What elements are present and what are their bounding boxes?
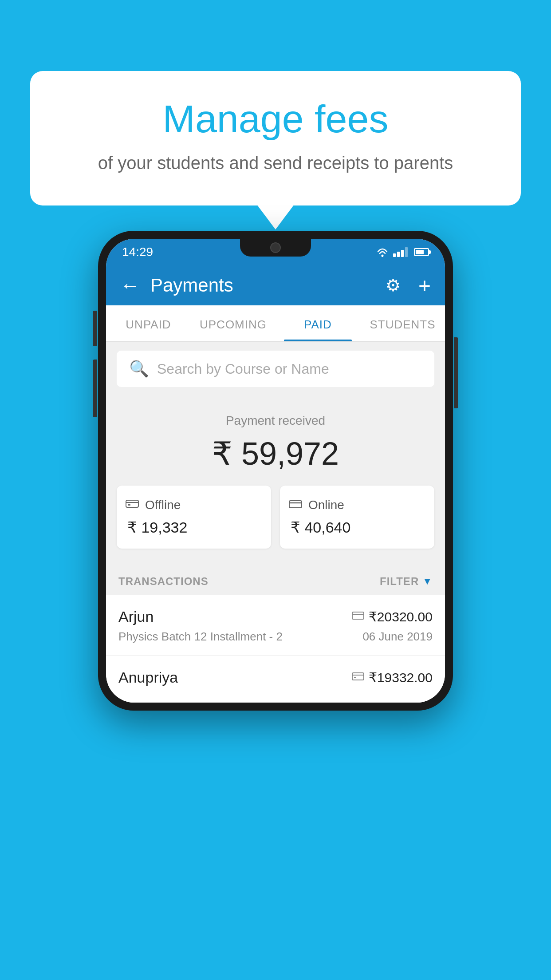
offline-icon <box>126 498 139 512</box>
svg-rect-6 <box>352 612 364 619</box>
transaction-date: 06 June 2019 <box>362 630 433 644</box>
payment-total-amount: ₹ 59,972 <box>117 435 434 472</box>
online-amount: ₹ 40,640 <box>289 518 425 536</box>
filter-button[interactable]: FILTER ▼ <box>380 575 433 588</box>
card-payment-icon <box>352 610 364 624</box>
svg-point-0 <box>382 255 384 257</box>
offline-label: Offline <box>145 498 181 512</box>
phone-side-btn-power <box>454 337 458 408</box>
app-header: ← Payments ⚙ + <box>106 265 445 305</box>
transactions-label: TRANSACTIONS <box>118 575 209 588</box>
wifi-icon <box>376 247 389 257</box>
payment-summary: Payment received ₹ 59,972 <box>106 396 445 566</box>
phone-camera <box>270 242 281 253</box>
svg-rect-10 <box>354 677 356 678</box>
transaction-row[interactable]: Anupriya ₹19332.00 <box>106 656 445 703</box>
phone-side-btn-volume-down <box>93 360 97 417</box>
transactions-header: TRANSACTIONS FILTER ▼ <box>106 566 445 595</box>
payment-received-label: Payment received <box>117 414 434 428</box>
phone-screen: 14:29 <box>106 239 445 703</box>
tab-paid[interactable]: PAID <box>276 305 360 341</box>
add-button[interactable]: + <box>418 273 431 298</box>
search-input[interactable]: Search by Course or Name <box>157 361 329 377</box>
cash-payment-icon <box>352 671 364 684</box>
speech-bubble-subtitle: of your students and send receipts to pa… <box>57 151 494 174</box>
search-box[interactable]: 🔍 Search by Course or Name <box>117 351 434 387</box>
phone-wrapper: 14:29 <box>98 231 453 711</box>
header-title: Payments <box>150 275 375 296</box>
online-payment-card: Online ₹ 40,640 <box>280 486 434 549</box>
speech-bubble-title: Manage fees <box>57 98 494 141</box>
transaction-row[interactable]: Arjun ₹20320.00 Physics Batch 12 Install… <box>106 595 445 656</box>
status-icons <box>376 247 429 257</box>
battery-icon <box>414 248 429 256</box>
search-icon: 🔍 <box>129 360 149 378</box>
offline-payment-card: Offline ₹ 19,332 <box>117 486 271 549</box>
signal-icon <box>393 247 408 257</box>
phone-outer: 14:29 <box>98 231 453 711</box>
speech-bubble: Manage fees of your students and send re… <box>30 71 521 205</box>
tabs-bar: UNPAID UPCOMING PAID STUDENTS <box>106 305 445 342</box>
tab-students[interactable]: STUDENTS <box>360 305 445 341</box>
online-icon <box>289 498 302 512</box>
filter-icon: ▼ <box>422 576 433 587</box>
settings-button[interactable]: ⚙ <box>386 276 401 295</box>
back-button[interactable]: ← <box>120 276 140 295</box>
transaction-course: Physics Batch 12 Installment - 2 <box>118 630 283 644</box>
svg-rect-4 <box>289 501 302 508</box>
online-label: Online <box>308 498 344 512</box>
svg-rect-1 <box>126 500 138 507</box>
status-time: 14:29 <box>122 245 153 259</box>
transaction-amount: ₹19332.00 <box>369 670 433 685</box>
tab-upcoming[interactable]: UPCOMING <box>191 305 276 341</box>
tab-unpaid[interactable]: UNPAID <box>106 305 191 341</box>
search-area: 🔍 Search by Course or Name <box>106 342 445 396</box>
payment-cards: Offline ₹ 19,332 <box>117 486 434 549</box>
transaction-amount: ₹20320.00 <box>369 609 433 624</box>
offline-amount: ₹ 19,332 <box>126 518 262 536</box>
transaction-name: Arjun <box>118 608 153 625</box>
transaction-name: Anupriya <box>118 669 178 686</box>
svg-rect-3 <box>128 504 130 506</box>
svg-rect-8 <box>352 673 364 680</box>
phone-side-btn-volume-up <box>93 311 97 346</box>
